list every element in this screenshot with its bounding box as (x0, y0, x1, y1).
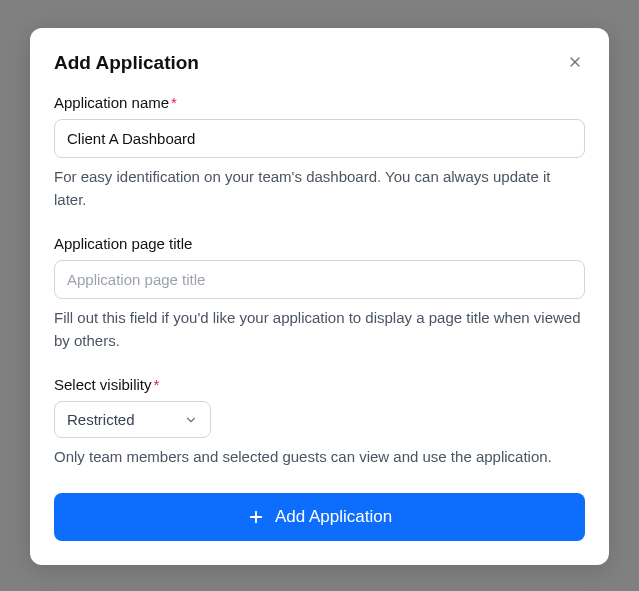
plus-icon (247, 508, 265, 526)
add-application-button-label: Add Application (275, 507, 392, 527)
required-indicator: * (154, 376, 160, 393)
modal-header: Add Application (54, 52, 585, 74)
visibility-label-text: Select visibility (54, 376, 152, 393)
add-application-button[interactable]: Add Application (54, 493, 585, 541)
page-title-group: Application page title Fill out this fie… (54, 235, 585, 352)
application-name-input[interactable] (54, 119, 585, 158)
application-name-helper: For easy identification on your team's d… (54, 166, 585, 211)
add-application-modal: Add Application Application name* For ea… (30, 28, 609, 565)
chevron-down-icon (184, 413, 198, 427)
application-name-label: Application name* (54, 94, 585, 111)
visibility-select[interactable]: Restricted (54, 401, 211, 438)
visibility-group: Select visibility* Restricted Only team … (54, 376, 585, 469)
close-button[interactable] (565, 52, 585, 72)
visibility-helper: Only team members and selected guests ca… (54, 446, 585, 469)
required-indicator: * (171, 94, 177, 111)
visibility-select-wrapper: Restricted (54, 401, 211, 438)
visibility-label: Select visibility* (54, 376, 585, 393)
page-title-label: Application page title (54, 235, 585, 252)
modal-title: Add Application (54, 52, 199, 74)
page-title-helper: Fill out this field if you'd like your a… (54, 307, 585, 352)
visibility-selected-value: Restricted (67, 411, 135, 428)
application-name-label-text: Application name (54, 94, 169, 111)
page-title-input[interactable] (54, 260, 585, 299)
close-icon (567, 54, 583, 70)
application-name-group: Application name* For easy identificatio… (54, 94, 585, 211)
